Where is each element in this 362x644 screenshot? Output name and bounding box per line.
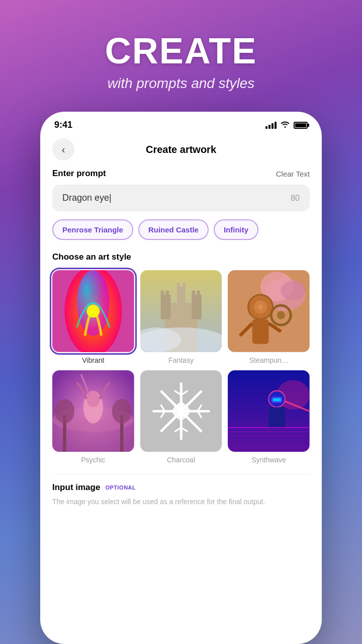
art-thumb-steampunk[interactable] [228, 270, 310, 352]
art-item-fantasy[interactable]: Fantasy [140, 270, 222, 364]
prompt-section-header: Enter prompt Clear Text [52, 169, 310, 179]
art-style-grid: Vibrant [52, 270, 310, 464]
hero-title: CREATE [20, 30, 342, 71]
prompt-char-count: 80 [291, 194, 300, 203]
svg-point-3 [86, 304, 100, 317]
svg-rect-8 [177, 287, 185, 315]
svg-rect-10 [165, 291, 169, 297]
hero-section: CREATE with prompts and styles [0, 0, 362, 112]
art-label-vibrant: Vibrant [82, 356, 104, 364]
wifi-icon [281, 121, 290, 130]
suggestion-chip-infinity[interactable]: Infinity [214, 219, 258, 240]
phone-container: 9:41 ‹ Create artwork [40, 112, 322, 644]
clear-text-button[interactable]: Clear Text [276, 170, 310, 178]
svg-point-37 [112, 399, 132, 424]
svg-rect-13 [177, 282, 179, 287]
svg-rect-12 [197, 291, 200, 297]
art-label-steampunk: Steampun… [249, 356, 289, 364]
art-thumb-psychic[interactable] [52, 370, 134, 452]
prompt-label: Enter prompt [52, 169, 106, 179]
art-label-charcoal: Charcoal [167, 456, 195, 464]
input-image-description: The image you select will be used as a r… [52, 497, 310, 507]
art-thumb-charcoal[interactable] [140, 370, 222, 452]
optional-badge: OPTIONAL [105, 485, 136, 491]
art-item-vibrant[interactable]: Vibrant [52, 270, 134, 364]
art-item-psychic[interactable]: Psychic [52, 370, 134, 464]
svg-point-20 [281, 281, 306, 300]
hero-subtitle: with prompts and styles [20, 75, 342, 92]
battery-icon [294, 122, 308, 129]
suggestion-chip-ruined-castle[interactable]: Ruined Castle [138, 219, 209, 240]
input-image-title: Input image [52, 482, 100, 493]
svg-rect-7 [192, 295, 202, 319]
suggestions-row: Penrose Triangle Ruined Castle Infinity [52, 219, 310, 240]
status-icons [265, 121, 308, 130]
svg-rect-6 [160, 295, 170, 319]
prompt-input-container[interactable]: Dragon eye| 80 [52, 185, 310, 211]
svg-rect-26 [252, 319, 269, 344]
art-style-label: Choose an art style [52, 252, 310, 262]
content-area: Enter prompt Clear Text Dragon eye| 80 P… [40, 169, 322, 644]
status-bar: 9:41 [40, 112, 322, 134]
back-button[interactable]: ‹ [52, 138, 74, 160]
svg-point-25 [277, 311, 285, 319]
svg-point-23 [258, 304, 263, 309]
prompt-input-text[interactable]: Dragon eye| [62, 193, 112, 203]
art-item-synthwave[interactable]: Synthwave [228, 370, 310, 464]
art-item-steampunk[interactable]: Steampun… [228, 270, 310, 364]
input-image-header: Input image OPTIONAL [52, 482, 310, 493]
nav-title: Create artwork [146, 144, 216, 155]
svg-point-35 [55, 399, 74, 424]
svg-rect-14 [183, 282, 185, 287]
art-label-synthwave: Synthwave [251, 456, 286, 464]
svg-rect-57 [269, 407, 286, 428]
nav-bar: ‹ Create artwork [40, 134, 322, 169]
svg-rect-56 [273, 398, 281, 401]
status-time: 9:41 [54, 120, 72, 130]
input-image-section: Input image OPTIONAL The image you selec… [52, 474, 310, 515]
suggestion-chip-penrose[interactable]: Penrose Triangle [52, 219, 133, 240]
art-thumb-synthwave[interactable] [228, 370, 310, 452]
signal-icon [265, 122, 277, 129]
svg-rect-9 [160, 291, 164, 297]
art-label-fantasy: Fantasy [168, 356, 194, 364]
svg-rect-11 [192, 291, 195, 297]
art-item-charcoal[interactable]: Charcoal [140, 370, 222, 464]
art-thumb-fantasy[interactable] [140, 270, 222, 352]
art-thumb-vibrant[interactable] [52, 270, 134, 352]
art-label-psychic: Psychic [81, 456, 105, 464]
